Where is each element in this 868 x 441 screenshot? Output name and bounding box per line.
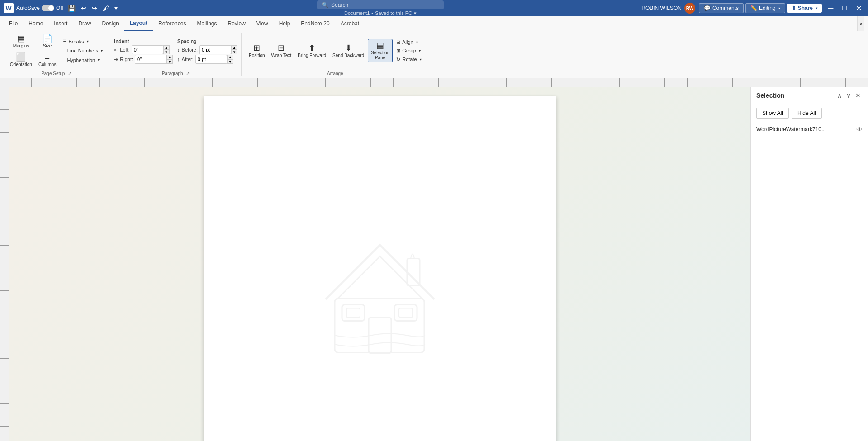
quick-access-toolbar: 💾 ↩ ↪ 🖌 ▾ [66,4,119,13]
group-icon: ⊠ [396,48,400,54]
autosave-area: AutoSave Off [16,5,63,11]
indent-left-input[interactable] [132,45,163,54]
hyphenation-button[interactable]: ⁻ Hyphenation ▾ [60,56,105,64]
tab-design[interactable]: Design [96,16,124,31]
pane-item-name: WordPictureWatermark710... [756,126,826,133]
size-button[interactable]: 📄 Size [36,33,59,50]
tab-endnote[interactable]: EndNote 20 [295,16,335,31]
hide-all-button[interactable]: Hide All [792,108,822,119]
pane-item[interactable]: WordPictureWatermark710... 👁 [751,124,868,135]
rotate-button[interactable]: ↻ Rotate ▾ [394,56,424,63]
paragraph-dialog-launcher[interactable]: ↗ [186,71,190,76]
search-bar[interactable]: 🔍 Search [317,0,444,9]
spacing-after-icon: ↕ [177,57,180,62]
document-canvas[interactable] [9,87,750,441]
title-bar-right: ROBIN WILSON RW 💬 Comments ✏️ Editing ▾ … [641,3,864,14]
spacing-before-input-group: ▲ ▼ [199,45,237,54]
send-backward-button[interactable]: ⬇ Send Backward [330,42,367,60]
arrange-group-name: Arrange [246,70,424,76]
minimize-button[interactable]: ─ [825,3,836,13]
columns-button[interactable]: ⫠ Columns [36,51,59,69]
share-icon: ⬆ [792,5,796,11]
visibility-icon[interactable]: 👁 [856,126,863,133]
pane-items-list: WordPictureWatermark710... 👁 [751,122,868,441]
bring-forward-button[interactable]: ⬆ Bring Forward [295,42,329,60]
tab-mailings[interactable]: Mailings [191,16,222,31]
indent-right-down[interactable]: ▼ [166,59,173,64]
ribbon: File Home Insert Draw Design Layout Refe… [0,16,868,78]
share-button[interactable]: ⬆ Share ▾ [787,4,822,13]
tab-references[interactable]: References [153,16,191,31]
tab-layout[interactable]: Layout [124,16,153,31]
doc-dropdown-icon[interactable]: ▾ [414,10,417,16]
maximize-button[interactable]: □ [840,3,849,13]
line-numbers-button[interactable]: ≡ Line Numbers ▾ [60,47,105,54]
spacing-before-row: ↕ Before: ▲ ▼ [177,45,237,54]
selection-pane-header: Selection ∧ ∨ ✕ [751,87,868,104]
line-numbers-icon: ≡ [62,48,65,53]
spacing-before-input[interactable] [199,45,231,54]
pane-close-btn[interactable]: ✕ [854,91,863,100]
spacing-after-up[interactable]: ▲ [227,55,233,59]
tab-insert[interactable]: Insert [48,16,73,31]
selection-pane-button[interactable]: ▤ SelectionPane [368,39,393,62]
format-paint-icon[interactable]: 🖌 [101,4,111,13]
show-all-button[interactable]: Show All [756,108,789,119]
autosave-toggle[interactable] [42,5,54,11]
margins-button[interactable]: ▤ Margins [7,33,35,50]
redo-icon[interactable]: ↪ [90,4,99,13]
spacing-after-input-group: ▲ ▼ [195,55,233,64]
arrange-content: ⊞ Position ⊟ Wrap Text ⬆ Bring Forward ⬇… [246,33,424,69]
page-setup-dialog-launcher[interactable]: ↗ [68,71,71,76]
save-icon[interactable]: 💾 [66,4,77,13]
ruler-horizontal [9,78,868,87]
group-button[interactable]: ⊠ Group ▾ [394,47,424,55]
indent-left-up[interactable]: ▲ [163,45,170,50]
tab-view[interactable]: View [251,16,274,31]
tab-home[interactable]: Home [23,16,48,31]
align-icon: ⊟ [396,39,400,45]
position-button[interactable]: ⊞ Position [246,42,268,60]
pane-expand-btn[interactable]: ∨ [844,91,853,100]
customize-quick-access-icon[interactable]: ▾ [113,4,119,13]
align-button[interactable]: ⊟ Align ▾ [394,38,424,46]
indent-right-input[interactable] [135,55,166,64]
word-logo: W [4,3,14,13]
undo-icon[interactable]: ↩ [79,4,88,13]
tab-review[interactable]: Review [222,16,251,31]
indent-left-down[interactable]: ▼ [163,50,170,54]
spacing-col: Spacing ↕ Before: ▲ ▼ [177,38,237,64]
paragraph-group-name: Paragraph ↗ [114,70,237,76]
indent-right-row: ⇥ Right: ▲ ▼ [114,55,173,64]
indent-left-row: ⇤ Left: ▲ ▼ [114,45,173,54]
spacing-after-input[interactable] [195,55,227,64]
selection-pane-title: Selection [756,92,784,99]
comments-button[interactable]: 💬 Comments [699,3,744,13]
indent-right-icon: ⇥ [114,57,118,62]
autosave-label: AutoSave [16,5,40,11]
editing-dropdown-icon: ▾ [778,6,780,10]
breaks-button[interactable]: ⊟ Breaks ▾ [60,38,105,45]
tab-draw[interactable]: Draw [73,16,96,31]
tab-file[interactable]: File [4,16,23,31]
editing-button[interactable]: ✏️ Editing ▾ [745,3,785,13]
spacing-before-up[interactable]: ▲ [231,45,237,50]
paragraph-content: Indent ⇤ Left: ▲ ▼ [114,33,237,69]
selection-pane: Selection ∧ ∨ ✕ Show All Hide All WordPi… [750,87,868,441]
orientation-button[interactable]: ⬜ Orientation [7,51,35,69]
tab-acrobat[interactable]: Acrobat [335,16,365,31]
wrap-text-button[interactable]: ⊟ Wrap Text [269,42,294,60]
indent-right-up[interactable]: ▲ [166,55,173,59]
spacing-before-down[interactable]: ▼ [231,50,237,54]
main-area: Selection ∧ ∨ ✕ Show All Hide All WordPi… [0,87,868,441]
svg-rect-4 [394,305,417,321]
ribbon-collapse-btn[interactable]: ∧ [857,16,864,31]
user-avatar[interactable]: RW [684,3,695,14]
share-dropdown-icon: ▾ [816,6,817,10]
close-button[interactable]: ✕ [853,3,864,14]
doc-subtitle: Saved to this PC [375,10,412,16]
document-page[interactable] [204,96,556,441]
spacing-after-down[interactable]: ▼ [227,59,233,64]
pane-collapse-btn[interactable]: ∧ [835,91,844,100]
tab-help[interactable]: Help [274,16,296,31]
